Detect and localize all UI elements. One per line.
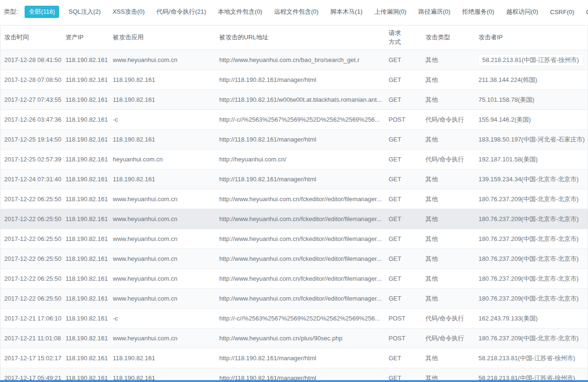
filter-tab[interactable]: 路径遍历(0)	[417, 6, 451, 18]
table-row[interactable]: 2017-12-22 06:25:50 118.190.82.161 www.h…	[0, 229, 588, 249]
cell-request-method: GET	[385, 150, 422, 169]
cell-attack-type: 其他	[422, 50, 475, 70]
filter-tab[interactable]: XSS攻击(0)	[112, 6, 146, 18]
table-row[interactable]: 2017-12-28 08:41:50 118.190.82.161 www.h…	[0, 50, 588, 70]
cell-attacker-ip: 183.198.50.197(中国-河北省-石家庄市)	[475, 130, 588, 150]
cell-attack-type: 其他	[422, 169, 475, 189]
cell-asset-ip: 118.190.82.161	[62, 289, 109, 309]
cell-attacker-ip: 58.218.213.81(中国-江苏省-徐州市)	[475, 50, 588, 70]
table-body: 2017-12-28 08:41:50 118.190.82.161 www.h…	[0, 50, 588, 382]
filter-tab[interactable]: 远程文件包含(0)	[273, 6, 319, 18]
cell-attacked-url: http://www.heyuanhui.com.cn/fckeditor//e…	[216, 189, 385, 209]
cell-attack-type: 其他	[422, 348, 475, 368]
filter-tab[interactable]: 脚本木马(1)	[329, 6, 363, 18]
cell-attack-time: 2017-12-22 06:25:50	[0, 229, 62, 249]
table-row[interactable]: 2017-12-26 03:47:36 118.190.82.161 -c ht…	[0, 110, 588, 130]
cell-attacked-app: www.heyuanhui.com.cn	[109, 289, 216, 309]
filter-tab[interactable]: 代码/命令执行(21)	[156, 6, 207, 18]
col-header-attacked-url: 被攻击的URL地址	[216, 26, 385, 50]
cell-attack-type: 其他	[422, 269, 475, 289]
cell-attack-type: 其他	[422, 90, 475, 110]
cell-request-method: POST	[385, 329, 422, 348]
table-row[interactable]: 2017-12-25 19:14:50 118.190.82.161 118.1…	[0, 130, 588, 150]
cell-asset-ip: 118.190.82.161	[62, 249, 109, 269]
cell-attacker-ip: 75.101.158.78(美国)	[475, 90, 588, 110]
cell-attack-time: 2017-12-28 08:41:50	[0, 50, 62, 70]
cell-attack-time: 2017-12-28 07:08:50	[0, 70, 62, 90]
cell-asset-ip: 118.190.82.161	[62, 130, 109, 150]
cell-attacker-ip: 180.76.237.209(中国-北京市-北京市)	[475, 249, 588, 269]
table-row[interactable]: 2017-12-22 06:25:50 118.190.82.161 www.h…	[0, 269, 588, 289]
cell-asset-ip: 118.190.82.161	[62, 90, 109, 110]
cell-attack-time: 2017-12-25 19:14:50	[0, 130, 62, 150]
cell-attacked-url: http://www.heyuanhui.com.cn/fckeditor//e…	[216, 229, 385, 249]
cell-attack-type: 其他	[422, 189, 475, 209]
cell-attacked-app: 118.190.82.161	[109, 90, 216, 110]
table-row[interactable]: 2017-12-22 06:25:50 118.190.82.161 www.h…	[0, 289, 588, 309]
cell-attacked-url: http://118.190.82.161/manager/html	[216, 130, 385, 150]
cell-attacked-app: 118.190.82.161	[109, 130, 216, 150]
table-row[interactable]: 2017-12-24 07:31:40 118.190.82.161 118.1…	[0, 169, 588, 189]
attack-log-table: 攻击时间 资产IP 被攻击应用 被攻击的URL地址 请求方式 攻击类型 攻击者I…	[0, 25, 588, 382]
cell-attacked-app: 118.190.82.161	[109, 169, 216, 189]
filter-tab[interactable]: SQL注入(2)	[68, 6, 102, 18]
col-header-attack-type: 攻击类型	[422, 26, 475, 50]
cell-attack-type: 其他	[422, 130, 475, 150]
cell-attack-type: 其他	[422, 70, 475, 90]
cell-attacker-ip: 162.243.79.133(美国)	[475, 309, 588, 329]
filter-tab[interactable]: 拒绝服务(0)	[461, 6, 495, 18]
cell-attacker-ip: 180.76.237.209(中国-北京市-北京市)	[475, 289, 588, 309]
filter-tab[interactable]: 本地文件包含(0)	[217, 6, 263, 18]
cell-attacked-url: http://www.heyuanhui.com.cn/bao_bro/sear…	[216, 50, 385, 70]
cell-asset-ip: 118.190.82.161	[62, 229, 109, 249]
cell-request-method: GET	[385, 189, 422, 209]
cell-asset-ip: 118.190.82.161	[62, 169, 109, 189]
cell-attack-time: 2017-12-22 06:25:50	[0, 189, 62, 209]
table-row[interactable]: 2017-12-21 11:01:08 118.190.82.161 www.h…	[0, 329, 588, 348]
table-row[interactable]: 2017-12-25 02:57:39 118.190.82.161 heyua…	[0, 150, 588, 169]
table-row[interactable]: 2017-12-28 07:08:50 118.190.82.161 118.1…	[0, 70, 588, 90]
cell-request-method: GET	[385, 348, 422, 368]
table-row[interactable]: 2017-12-22 06:25:50 118.190.82.161 www.h…	[0, 209, 588, 229]
filter-tab[interactable]: 全部(118)	[25, 6, 59, 18]
table-row[interactable]: 2017-12-21 17:06:10 118.190.82.161 -c ht…	[0, 309, 588, 329]
cell-attack-time: 2017-12-27 07:43:55	[0, 90, 62, 110]
cell-asset-ip: 118.190.82.161	[62, 70, 109, 90]
cell-attacked-url: http://www.heyuanhui.com.cn/fckeditor//e…	[216, 289, 385, 309]
cell-attack-type: 代码/命令执行	[422, 329, 475, 348]
cell-attacked-url: http://heyuanhui.com.cn/	[216, 150, 385, 169]
filter-tab[interactable]: CRLF(0)	[585, 7, 588, 18]
cell-attacked-app: heyuanhui.com.cn	[109, 150, 216, 169]
table-row[interactable]: 2017-12-22 06:25:50 118.190.82.161 www.h…	[0, 189, 588, 209]
cell-attacked-url: http://118.190.82.161/manager/html	[216, 348, 385, 368]
filter-tab[interactable]: 越权访问(0)	[505, 6, 539, 18]
cell-asset-ip: 118.190.82.161	[62, 348, 109, 368]
table-row[interactable]: 2017-12-22 06:25:50 118.190.82.161 www.h…	[0, 249, 588, 269]
cell-attacked-app: www.heyuanhui.com.cn	[109, 229, 216, 249]
cell-attacker-ip: 180.76.237.209(中国-北京市-北京市)	[475, 229, 588, 249]
cell-request-method: POST	[385, 110, 422, 130]
attack-type-filter-bar: 类型: 全部(118)SQL注入(2)XSS攻击(0)代码/命令执行(21)本地…	[0, 0, 588, 18]
cell-attacked-app: www.heyuanhui.com.cn	[109, 209, 216, 229]
filter-tab[interactable]: 上传漏洞(0)	[373, 6, 407, 18]
table-row[interactable]: 2017-12-17 15:02:17 118.190.82.161 118.1…	[0, 348, 588, 368]
cell-request-method: GET	[385, 50, 422, 70]
cell-attacked-app: www.heyuanhui.com.cn	[109, 249, 216, 269]
filter-tabs: 全部(118)SQL注入(2)XSS攻击(0)代码/命令执行(21)本地文件包含…	[25, 6, 588, 18]
cell-attacker-ip: 192.187.101.58(美国)	[475, 150, 588, 169]
cell-asset-ip: 118.190.82.161	[62, 110, 109, 130]
cell-attacker-ip: 180.76.237.209(中国-北京市-北京市)	[475, 269, 588, 289]
cell-attacker-ip: 180.76.237.209(中国-北京市-北京市)	[475, 209, 588, 229]
cell-attacker-ip: 58.218.213.81(中国-江苏省-徐州市)	[475, 348, 588, 368]
cell-request-method: GET	[385, 209, 422, 229]
table-row[interactable]: 2017-12-27 07:43:55 118.190.82.161 118.1…	[0, 90, 588, 110]
cell-request-method: GET	[385, 90, 422, 110]
cell-attack-type: 其他	[422, 229, 475, 249]
cell-asset-ip: 118.190.82.161	[62, 50, 109, 70]
cell-request-method: GET	[385, 249, 422, 269]
cell-attack-time: 2017-12-22 06:25:50	[0, 269, 62, 289]
bottom-accent-bar	[0, 380, 588, 382]
filter-tab[interactable]: CSRF(0)	[549, 7, 575, 18]
cell-attacked-app: www.heyuanhui.com.cn	[109, 269, 216, 289]
cell-attacked-url: http://www.heyuanhui.com.cn/plus/90sec.p…	[216, 329, 385, 348]
